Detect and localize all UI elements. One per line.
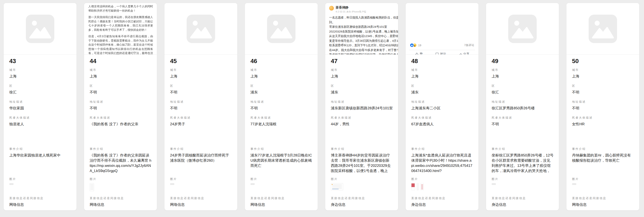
case-card[interactable]: 50 城市 上海 区 不明 地址描述 不明 死者大体描述 女性HR 事件介绍 丹… bbox=[566, 3, 640, 211]
like-button-label: 赞 bbox=[420, 52, 423, 55]
field-value-victim: 44岁，男性 bbox=[331, 122, 393, 127]
share-button-label: 分享 bbox=[464, 52, 470, 55]
card-number: 47 bbox=[331, 58, 338, 65]
field-address: 地址描述 不明 bbox=[250, 100, 312, 111]
case-card[interactable]: 人都没有这样的机会，一个病人需要几十个人的同时帮助和关怀才有可能获得一丝的机会！… bbox=[84, 3, 157, 211]
field-label-image: 图片 bbox=[411, 177, 473, 181]
field-city: 城市 上海 bbox=[250, 68, 312, 79]
field-label-event: 事件介绍 bbox=[90, 147, 152, 151]
image-thumbnail-weibo[interactable] bbox=[331, 183, 343, 190]
field-label-event: 事件介绍 bbox=[9, 147, 71, 151]
field-value-address: 不明 bbox=[572, 106, 634, 111]
field-victim-description: 死者大体描述 《我的爸爸 没了》作者的父亲 bbox=[90, 116, 152, 127]
field-label-image: 图片 bbox=[170, 177, 232, 181]
field-direct-or-indirect: 直接信息还是间接信息 网络信息 bbox=[572, 196, 634, 207]
facebook-red-post: irresponsible and false statements about… bbox=[406, 3, 478, 40]
card-media: 人都没有这样的机会，一个病人需要几十个人的同时帮助和关怀才有可能获得一丝的机会！… bbox=[84, 3, 157, 55]
field-city: 城市 上海 bbox=[90, 68, 152, 79]
case-card[interactable]: 43 城市 上海 区 徐汇 地址描述 华欣家园 死者大体描述 独居老人 事件介绍… bbox=[4, 3, 77, 211]
field-value-address: 徐汇区罗秀路850弄26号楼 bbox=[492, 106, 554, 111]
image-placeholder-icon bbox=[187, 15, 215, 43]
field-direct-or-indirect: 直接信息还是间接信息 身边信息 bbox=[411, 196, 473, 207]
field-direct-or-indirect: 直接信息还是间接信息 网络信息 bbox=[170, 196, 232, 207]
field-label-city: 城市 bbox=[572, 68, 634, 72]
image-thumbnails bbox=[411, 183, 473, 192]
facebook-post-text: irresponsible and false statements about… bbox=[410, 3, 474, 40]
field-district: 区 浦东 bbox=[331, 84, 393, 95]
card-media bbox=[164, 3, 237, 55]
field-event-description: 事件介绍 《我的爸爸 没了》作者的父亲因延误治疗而不得不高位截肢，未久遍离世 h… bbox=[90, 147, 152, 174]
image-thumbnail-pill[interactable] bbox=[170, 183, 174, 185]
field-value-event: 24岁男子因核酸而延误治疗而猝死于浦东医院（微博@红茶260） bbox=[170, 153, 232, 163]
field-address: 地址描述 浦东新区唐镇创新西路28弄24号101室 bbox=[331, 100, 393, 111]
image-thumbnail-pill[interactable] bbox=[9, 183, 14, 185]
field-value-direct: 身边信息 bbox=[331, 202, 393, 207]
field-value-victim: 女性HR bbox=[572, 122, 634, 127]
field-value-direct: 网络信息 bbox=[250, 202, 312, 207]
card-number: 48 bbox=[411, 58, 418, 65]
image-thumbnail-pill[interactable] bbox=[250, 183, 255, 185]
field-label-image: 图片 bbox=[90, 177, 152, 181]
case-card[interactable]: 45 城市 上海 区 不明 地址描述 不明 死者大体描述 24岁男子 事件介绍 … bbox=[164, 3, 238, 211]
field-value-address: 浦东新区唐镇创新西路28弄24号101室 bbox=[331, 106, 393, 111]
field-label-direct: 直接信息还是间接信息 bbox=[9, 196, 71, 200]
image-thumbnail-doc[interactable] bbox=[90, 183, 94, 191]
image-thumbnail-red[interactable] bbox=[411, 183, 415, 190]
weibo-username: 茶香禅静 bbox=[336, 6, 366, 9]
field-event-description: 事件介绍 24岁男子因核酸而延误治疗而猝死于浦东医院（微博@红茶260） bbox=[170, 147, 232, 163]
case-card[interactable]: 46 城市 上海 区 浦东 地址描述 不明 死者大体描述 77岁老人沈瑞根 事件… bbox=[245, 3, 318, 211]
image-thumbnail-list[interactable] bbox=[420, 183, 424, 190]
field-district: 区 徐汇 bbox=[9, 84, 71, 95]
field-image: 图片 bbox=[9, 177, 71, 192]
field-image: 图片 bbox=[250, 177, 312, 192]
image-placeholder-icon bbox=[508, 15, 537, 43]
case-card[interactable]: 茶香禅静 4-2 02:31 来自 iPhone客户端 一名志愿者，昨日我投入路… bbox=[325, 3, 398, 211]
image-placeholder-icon bbox=[588, 15, 617, 43]
field-value-address: 上海浦东寿二小区 bbox=[411, 106, 473, 111]
field-victim-description: 死者大体描述 独居老人 bbox=[9, 116, 71, 127]
field-label-event: 事件介绍 bbox=[411, 147, 473, 151]
field-label-victim: 死者大体描述 bbox=[411, 116, 473, 120]
field-value-event: 坐标徐汇区罗秀路850弄26号楼，12号在小区群里求救需要硝酸甘油，没见到救护车… bbox=[492, 153, 554, 174]
image-thumbnail-pill[interactable] bbox=[492, 183, 496, 185]
field-city: 城市 上海 bbox=[170, 68, 232, 79]
field-label-direct: 直接信息还是间接信息 bbox=[90, 196, 152, 200]
case-card-gallery: 43 城市 上海 区 徐汇 地址描述 华欣家园 死者大体描述 独居老人 事件介绍… bbox=[4, 3, 640, 211]
image-placeholder bbox=[4, 3, 76, 54]
image-thumbnails bbox=[90, 183, 152, 192]
image-placeholder bbox=[164, 3, 237, 54]
field-label-direct: 直接信息还是间接信息 bbox=[492, 196, 554, 200]
comment-button-label: 评论 bbox=[440, 52, 446, 55]
image-thumbnails bbox=[170, 183, 232, 192]
field-label-city: 城市 bbox=[331, 68, 393, 72]
field-value-city: 上海 bbox=[90, 74, 152, 79]
field-label-district: 区 bbox=[492, 84, 554, 88]
image-thumbnails bbox=[9, 183, 71, 192]
field-value-victim: 不明 bbox=[492, 122, 554, 127]
field-address: 地址描述 不明 bbox=[170, 100, 232, 111]
image-thumbnail-tall[interactable] bbox=[417, 183, 418, 190]
field-city: 城市 上海 bbox=[411, 68, 473, 79]
field-label-city: 城市 bbox=[9, 68, 71, 72]
field-value-address: 不明 bbox=[90, 106, 152, 111]
field-label-direct: 直接信息还是间接信息 bbox=[411, 196, 473, 200]
field-event-description: 事件介绍 上海华欣家园独居老人饿死家中 bbox=[9, 147, 71, 158]
field-image: 图片 bbox=[492, 177, 554, 192]
field-image: 图片 bbox=[90, 177, 152, 192]
field-label-image: 图片 bbox=[572, 177, 634, 181]
field-district: 区 浦东 bbox=[411, 84, 473, 95]
field-label-district: 区 bbox=[331, 84, 393, 88]
field-label-address: 地址描述 bbox=[90, 100, 152, 104]
field-district: 区 浦东 bbox=[250, 84, 312, 95]
field-label-city: 城市 bbox=[250, 68, 312, 72]
image-thumbnail-pill[interactable] bbox=[572, 183, 576, 185]
card-media bbox=[566, 3, 639, 55]
field-label-direct: 直接信息还是间接信息 bbox=[331, 196, 393, 200]
field-value-city: 上海 bbox=[411, 74, 473, 79]
facebook-action-bar: 赞 评论 分享 bbox=[406, 50, 478, 55]
case-card[interactable]: 49 城市 上海 区 徐汇 地址描述 徐汇区罗秀路850弄26号楼 死者大体描述… bbox=[486, 3, 559, 211]
share-button: 分享 bbox=[458, 52, 470, 55]
field-value-event: 浦东77岁老人沈瑞根于3月28日晚在ICU病房因长期未肾透析造成的心肌衰竭而死亡 bbox=[250, 153, 312, 168]
comment-count[interactable]: 7条评论 bbox=[464, 43, 474, 47]
case-card[interactable]: irresponsible and false statements about… bbox=[406, 3, 479, 211]
